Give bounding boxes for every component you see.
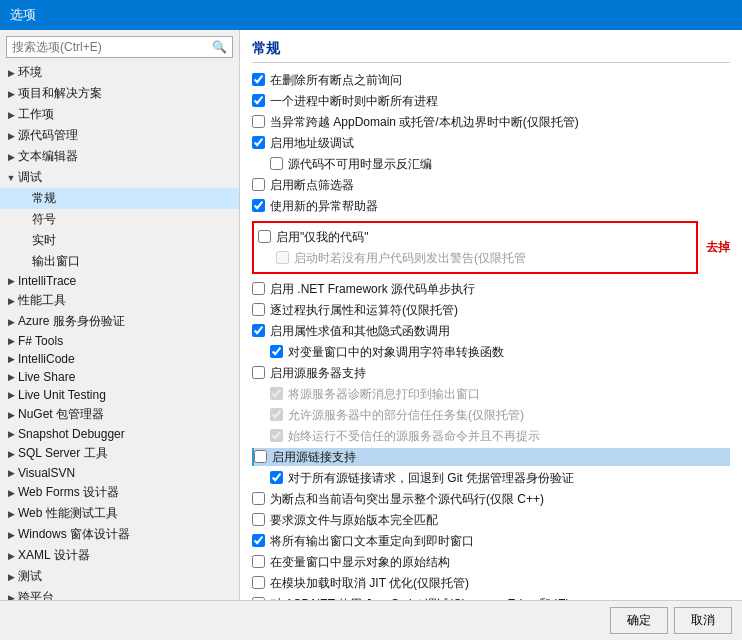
arrow-icon: ▶: [4, 110, 18, 120]
opt14-label: 要求源文件与原始版本完全匹配: [270, 511, 730, 529]
list-item: 启用源链接支持: [252, 448, 730, 466]
sidebar-item-output-window[interactable]: 输出窗口: [0, 251, 239, 272]
arrow-icon: ▶: [4, 530, 18, 540]
sidebar-item-test[interactable]: ▶ 测试: [0, 566, 239, 587]
list-item: 启用 .NET Framework 源代码单步执行: [252, 280, 730, 298]
cancel-button[interactable]: 取消: [674, 607, 732, 634]
list-item: 将所有输出窗口文本重定向到即时窗口: [252, 532, 730, 550]
opt11b-label: 允许源服务器中的部分信任任务集(仅限托管): [288, 406, 730, 424]
sidebar-item-perf[interactable]: ▶ 性能工具: [0, 290, 239, 311]
sidebar-item-label: F# Tools: [18, 334, 235, 348]
sidebar-item-label: Live Share: [18, 370, 235, 384]
sidebar-item-text-editor[interactable]: ▶ 文本编辑器: [0, 146, 239, 167]
sidebar-item-xaml[interactable]: ▶ XAML 设计器: [0, 545, 239, 566]
sidebar-item-source[interactable]: ▶ 源代码管理: [0, 125, 239, 146]
opt15-checkbox[interactable]: [252, 534, 265, 547]
list-item: 启用"仅我的代码": [258, 228, 692, 246]
sidebar-item-azure[interactable]: ▶ Azure 服务身份验证: [0, 311, 239, 332]
opt13-checkbox[interactable]: [252, 492, 265, 505]
opt15-label: 将所有输出窗口文本重定向到即时窗口: [270, 532, 730, 550]
sidebar-item-intellitrace[interactable]: ▶ IntelliTrace: [0, 272, 239, 290]
sidebar-item-liveshare[interactable]: ▶ Live Share: [0, 368, 239, 386]
opt8-checkbox[interactable]: [252, 282, 265, 295]
sidebar-item-label: NuGet 包管理器: [18, 406, 235, 423]
list-item: 在模块加载时取消 JIT 优化(仅限托管): [252, 574, 730, 592]
sidebar-item-project[interactable]: ▶ 项目和解决方案: [0, 83, 239, 104]
opt10a-checkbox[interactable]: [270, 345, 283, 358]
arrow-icon: ▶: [4, 68, 18, 78]
sidebar-item-general[interactable]: 常规: [0, 188, 239, 209]
opt10a-label: 对变量窗口中的对象调用字符串转换函数: [288, 343, 730, 361]
arrow-icon: ▼: [4, 173, 18, 183]
opt12a-checkbox[interactable]: [270, 471, 283, 484]
opt5-checkbox[interactable]: [252, 178, 265, 191]
sidebar-item-label: 调试: [18, 169, 235, 186]
sidebar-item-liveunit[interactable]: ▶ Live Unit Testing: [0, 386, 239, 404]
sidebar-item-realtime[interactable]: 实时: [0, 230, 239, 251]
sidebar-item-label: SQL Server 工具: [18, 445, 235, 462]
opt11c-checkbox[interactable]: [270, 429, 283, 442]
arrow-icon: ▶: [4, 372, 18, 382]
sidebar-item-fsharp[interactable]: ▶ F# Tools: [0, 332, 239, 350]
sidebar-item-label: VisualSVN: [18, 466, 235, 480]
sidebar-item-label: Azure 服务身份验证: [18, 313, 235, 330]
sidebar-item-label: 输出窗口: [32, 253, 235, 270]
arrow-icon: ▶: [4, 449, 18, 459]
sidebar-item-webperf[interactable]: ▶ Web 性能测试工具: [0, 503, 239, 524]
sidebar-item-label: IntelliCode: [18, 352, 235, 366]
sidebar-item-sqlserver[interactable]: ▶ SQL Server 工具: [0, 443, 239, 464]
opt6-checkbox[interactable]: [252, 199, 265, 212]
opt2-checkbox[interactable]: [252, 94, 265, 107]
opt7a-checkbox[interactable]: [276, 251, 289, 264]
list-item: 对变量窗口中的对象调用字符串转换函数: [252, 343, 730, 361]
opt4a-checkbox[interactable]: [270, 157, 283, 170]
list-item: 在变量窗口中显示对象的原始结构: [252, 553, 730, 571]
arrow-icon: ▶: [4, 390, 18, 400]
opt17-checkbox[interactable]: [252, 576, 265, 589]
opt4-checkbox[interactable]: [252, 136, 265, 149]
section-title: 常规: [252, 40, 730, 63]
highlight-row: 启用"仅我的代码" 启动时若没有用户代码则发出警告(仅限托管 去掉: [252, 218, 730, 277]
opt11a-checkbox[interactable]: [270, 387, 283, 400]
sidebar-item-visualsvn[interactable]: ▶ VisualSVN: [0, 464, 239, 482]
title-bar: 选项: [0, 0, 742, 30]
opt16-checkbox[interactable]: [252, 555, 265, 568]
opt9-checkbox[interactable]: [252, 303, 265, 316]
sidebar-item-label: 性能工具: [18, 292, 235, 309]
arrow-icon: ▶: [4, 509, 18, 519]
sidebar-item-env[interactable]: ▶ 环境: [0, 62, 239, 83]
opt11-checkbox[interactable]: [252, 366, 265, 379]
opt10-checkbox[interactable]: [252, 324, 265, 337]
sidebar-item-debug[interactable]: ▼ 调试: [0, 167, 239, 188]
highlight-box: 启用"仅我的代码" 启动时若没有用户代码则发出警告(仅限托管: [252, 221, 698, 274]
list-item: 当异常跨越 AppDomain 或托管/本机边界时中断(仅限托管): [252, 113, 730, 131]
arrow-icon: ▶: [4, 152, 18, 162]
sidebar-item-windows[interactable]: ▶ Windows 窗体设计器: [0, 524, 239, 545]
sidebar-item-label: 测试: [18, 568, 235, 585]
left-panel: 🔍 ▶ 环境 ▶ 项目和解决方案 ▶ 工作项 ▶ 源代码管理: [0, 30, 240, 600]
sidebar-item-label: Web 性能测试工具: [18, 505, 235, 522]
opt11b-checkbox[interactable]: [270, 408, 283, 421]
sidebar-item-crossplatform[interactable]: ▶ 跨平台: [0, 587, 239, 600]
search-input[interactable]: [7, 37, 207, 57]
sidebar-item-label: 跨平台: [18, 589, 235, 600]
sidebar-item-nuget[interactable]: ▶ NuGet 包管理器: [0, 404, 239, 425]
opt13-label: 为断点和当前语句突出显示整个源代码行(仅限 C++): [270, 490, 730, 508]
sidebar-item-snapshot[interactable]: ▶ Snapshot Debugger: [0, 425, 239, 443]
search-icon: 🔍: [207, 37, 232, 57]
opt12-checkbox[interactable]: [254, 450, 267, 463]
opt11c-label: 始终运行不受信任的源服务器命令并且不再提示: [288, 427, 730, 445]
opt14-checkbox[interactable]: [252, 513, 265, 526]
sidebar-item-label: IntelliTrace: [18, 274, 235, 288]
sidebar-item-label: Live Unit Testing: [18, 388, 235, 402]
opt3-checkbox[interactable]: [252, 115, 265, 128]
ok-button[interactable]: 确定: [610, 607, 668, 634]
sidebar-item-label: 环境: [18, 64, 235, 81]
opt1-checkbox[interactable]: [252, 73, 265, 86]
sidebar-item-intellicode[interactable]: ▶ IntelliCode: [0, 350, 239, 368]
opt7-checkbox[interactable]: [258, 230, 271, 243]
sidebar-item-label: 符号: [32, 211, 235, 228]
sidebar-item-work[interactable]: ▶ 工作项: [0, 104, 239, 125]
sidebar-item-webforms[interactable]: ▶ Web Forms 设计器: [0, 482, 239, 503]
sidebar-item-symbol[interactable]: 符号: [0, 209, 239, 230]
